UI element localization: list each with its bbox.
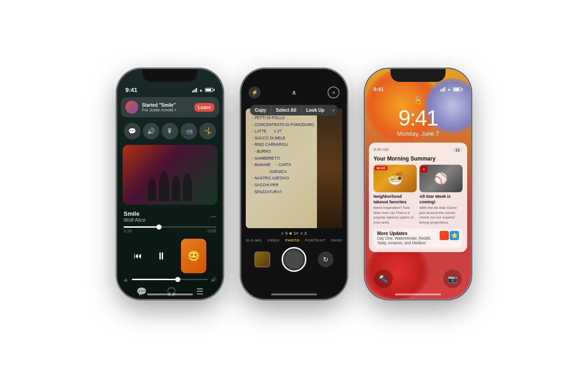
flash-button[interactable]: ⚡	[249, 86, 260, 98]
wifi-icon: ▲	[199, 88, 203, 92]
pause-button[interactable]: ⏸	[156, 250, 166, 262]
article-1-image: NEWS	[373, 165, 417, 192]
note-line-7: - GAMBERETTI	[252, 155, 336, 162]
phone1-time: 9:41	[125, 86, 137, 93]
phone-1-facetime-music: 9:41 ▲ 🎵	[117, 69, 223, 299]
phone3-screen: 9:41 ▲ 🔓 9:41	[365, 69, 471, 299]
bottom-icons: 💬 🎧 ☰	[117, 283, 223, 299]
song-info: Smile Wolf Alice ···	[117, 207, 223, 224]
text-context-menu: Copy Select All Look Up ›	[250, 105, 338, 115]
album-art	[123, 145, 217, 205]
wifi-icon-3: ▲	[447, 87, 451, 92]
time-elapsed: 1:15	[124, 229, 132, 233]
main-scene: 9:41 ▲ 🎵	[0, 0, 588, 368]
mode-slomo[interactable]: SLO-MO	[246, 238, 262, 242]
phone-3-lockscreen: 9:41 ▲ 🔓 9:41	[365, 69, 471, 299]
more-button[interactable]: ···	[210, 213, 216, 221]
article-1-title: Neighborhood takeout favorites	[373, 194, 417, 205]
app-icon-2: ⭐	[450, 231, 459, 240]
song-artist: Wolf Alice	[124, 217, 146, 223]
notif-badge: 11	[452, 147, 463, 153]
article-1[interactable]: NEWS Neighborhood takeout favorites Need…	[373, 165, 417, 225]
facetime-thumbnail[interactable]: 😊	[181, 239, 206, 273]
note-line-4: - SUCCO DI MELE	[252, 135, 336, 142]
notification-card[interactable]: 9:30 AM 11 Your Morning Summary NEWS Nei…	[369, 143, 467, 252]
note-line-9: IGIENICA	[252, 169, 336, 175]
volume-high-icon: 🔊	[211, 277, 216, 282]
phone2-screen: ⚡ ∧ ⊙ Copy Select All Look Up › - PETTI …	[241, 69, 347, 299]
menu-arrow[interactable]: ›	[329, 105, 338, 115]
note-line-8: - BANANE - CARTA	[252, 162, 336, 168]
queue-icon[interactable]: ☰	[196, 287, 204, 297]
battery-icon-3	[453, 87, 463, 92]
notif-header: 9:30 AM 11	[373, 147, 463, 153]
flashlight-button[interactable]: 🔦	[374, 270, 393, 288]
collapse-button[interactable]: ∧	[292, 89, 296, 96]
flip-camera-button[interactable]: ↻	[318, 252, 334, 267]
live-button[interactable]: ⊙	[328, 86, 339, 98]
phone-2-camera-ocr: ⚡ ∧ ⊙ Copy Select All Look Up › - PETTI …	[241, 69, 347, 299]
message-button[interactable]: 💬	[124, 123, 141, 139]
phone1-status-icons: ▲	[192, 88, 215, 92]
volume-control: 🔈 🔊	[117, 276, 223, 283]
notif-title: Your Morning Summary	[373, 155, 463, 162]
reddit-icon: 🔴	[440, 231, 449, 240]
lockscreen-time: 9:41	[365, 106, 471, 130]
article-2[interactable]: E All-Star Week is coming! With the All-…	[419, 165, 463, 225]
avatar: 🎵	[125, 101, 138, 114]
recent-photo-thumbnail[interactable]	[254, 252, 270, 267]
more-title: More Updates	[377, 231, 440, 236]
select-all-menu-item[interactable]: Select All	[271, 105, 301, 115]
progress-bar[interactable]: 1:15 -2:02	[117, 224, 223, 236]
mode-photo[interactable]: PHOTO	[285, 238, 300, 242]
camera-quick-button[interactable]: 📷	[443, 270, 462, 288]
article-2-image: E	[419, 165, 463, 192]
look-up-menu-item[interactable]: Look Up	[301, 105, 329, 115]
shareplay-button[interactable]: 🤸	[199, 123, 216, 139]
note-line-5: - RISO CARNAROLI	[252, 142, 336, 148]
mic-button[interactable]: 🎙	[162, 123, 178, 139]
lock-icon: 🔓	[365, 94, 471, 106]
article-1-desc: Need inspiration? Kea Mao from Up Thai i…	[373, 206, 417, 225]
home-bar-2	[271, 293, 317, 295]
camera-controls: ↻	[241, 244, 347, 275]
messages-icon[interactable]: 💬	[136, 287, 147, 297]
note-line-6: - BURRO	[252, 149, 336, 155]
quick-actions: 🔦 📷	[365, 270, 471, 288]
notch-3	[390, 69, 446, 82]
speaker-button[interactable]: 🔊	[143, 123, 159, 139]
banner-left: 🎵 Started "Smile" For Justin Arnold >	[125, 101, 176, 114]
notch-1	[142, 69, 198, 82]
more-updates-row[interactable]: More Updates Day One, WaterMinder, Reddi…	[373, 229, 463, 247]
signal-icon	[192, 88, 197, 92]
note-image-area: - PETTI DI POLLO - CONCENTRATO DI POMODO…	[246, 109, 342, 228]
copy-menu-item[interactable]: Copy	[250, 105, 271, 115]
article-2-desc: With the All-Star Game just around the c…	[419, 206, 463, 225]
banner-text: Started "Smile" For Justin Arnold >	[142, 103, 176, 112]
volume-low-icon: 🔈	[124, 277, 129, 282]
leave-button[interactable]: Leave	[194, 103, 215, 112]
note-line-1: - PETTI DI POLLO	[252, 115, 336, 121]
mode-video[interactable]: VIDEO	[267, 238, 280, 242]
shutter-button[interactable]	[282, 247, 306, 272]
song-title: Smile	[124, 210, 146, 217]
phone1-screen: 9:41 ▲ 🎵	[117, 69, 223, 299]
battery-icon	[205, 88, 215, 92]
camera-mode-bar: SLO-MO VIDEO PHOTO PORTRAIT PANO	[241, 236, 347, 244]
volume-slider[interactable]	[132, 279, 208, 280]
photo-strip: 5 1× 2	[241, 230, 347, 236]
more-desc: Day One, WaterMinder, Reddit, Tasty, Ama…	[377, 236, 440, 245]
note-line-11: - SACCHI PER	[252, 182, 336, 189]
time-remaining: -2:02	[207, 229, 216, 233]
facetime-controls: 💬 🔊 🎙 📹 🤸	[117, 119, 223, 143]
mode-portrait[interactable]: PORTRAIT	[305, 238, 326, 242]
article-2-title: All-Star Week is coming!	[419, 194, 463, 205]
phone3-time-status: 9:41	[373, 86, 384, 92]
mode-pano[interactable]: PANO	[331, 238, 343, 242]
playback-controls: ⏮ ⏸ 😊	[117, 236, 223, 276]
note-line-12: SPAZZATURA?	[252, 189, 336, 196]
rewind-button[interactable]: ⏮	[134, 251, 142, 261]
camera-button[interactable]: 📹	[181, 123, 197, 139]
lockscreen-date: Monday, June 7	[365, 130, 471, 141]
home-bar-3	[395, 293, 441, 295]
